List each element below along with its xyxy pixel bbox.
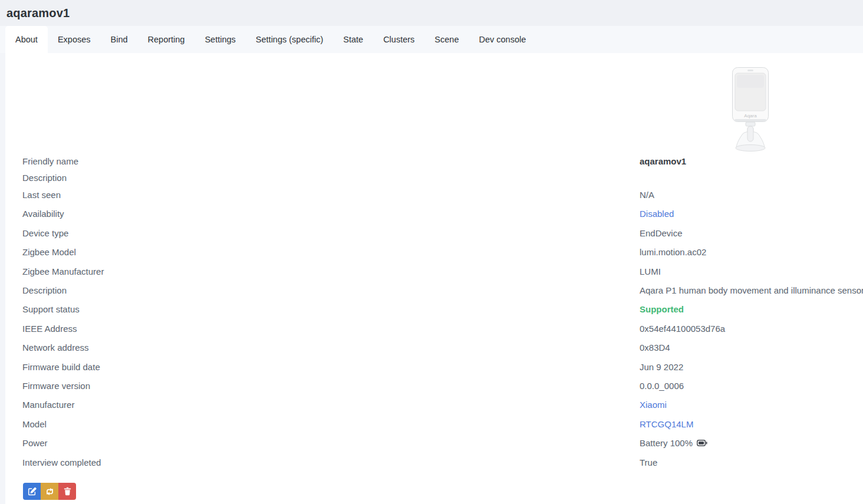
field-label: Support status xyxy=(22,304,640,314)
field-label: Network address xyxy=(22,342,640,353)
tab-dev-console[interactable]: Dev console xyxy=(469,26,536,53)
rename-button[interactable] xyxy=(23,483,41,500)
field-value: Xiaomi xyxy=(640,400,863,410)
tab-settings[interactable]: Settings xyxy=(195,26,245,53)
row-network-address: Network address 0x83D4 xyxy=(5,338,863,357)
row-power: Power Battery 100% xyxy=(5,433,863,452)
field-value: 0x54ef44100053d76a xyxy=(640,324,863,334)
link-rtcgq14lm[interactable]: RTCGQ14LM xyxy=(640,419,693,429)
field-label: Device type xyxy=(22,228,640,238)
field-value: Supported xyxy=(640,304,863,314)
row-availability: Availability Disabled xyxy=(5,205,863,223)
device-actions xyxy=(23,483,76,500)
field-value: True xyxy=(640,457,863,467)
field-label: Description xyxy=(22,285,640,295)
tab-about[interactable]: About xyxy=(5,26,48,53)
trash-icon xyxy=(64,487,71,496)
value-text: Aqara P1 human body movement and illumin… xyxy=(640,285,863,295)
row-last-seen: Last seen N/A xyxy=(5,185,863,204)
row-zigbee-manufacturer: Zigbee Manufacturer LUMI xyxy=(5,262,863,281)
remove-button[interactable] xyxy=(58,483,76,500)
value-text: lumi.motion.ac02 xyxy=(640,247,706,257)
field-label: Firmware version xyxy=(22,381,640,391)
retweet-icon xyxy=(45,487,55,496)
pencil-square-icon xyxy=(28,487,37,496)
page-header: aqaramov1 xyxy=(0,0,863,26)
field-value: lumi.motion.ac02 xyxy=(640,247,863,257)
field-value: EndDevice xyxy=(640,228,863,238)
row-firmware-build-date: Firmware build date Jun 9 2022 xyxy=(5,357,863,376)
page-title: aqaramov1 xyxy=(6,6,70,20)
row-manufacturer: Manufacturer Xiaomi xyxy=(5,396,863,414)
field-value: LUMI xyxy=(640,266,863,276)
field-label: Manufacturer xyxy=(22,400,640,410)
row-firmware-version: Firmware version 0.0.0_0006 xyxy=(5,376,863,395)
field-value: aqaramov1 xyxy=(640,156,863,166)
device-image: Aqara xyxy=(731,67,770,155)
tab-exposes[interactable]: Exposes xyxy=(48,26,101,53)
row-support-status: Support status Supported xyxy=(5,300,863,319)
field-label: Friendly name xyxy=(22,156,640,166)
value-text: Supported xyxy=(640,304,684,314)
row-zigbee-model: Zigbee Model lumi.motion.ac02 xyxy=(5,243,863,262)
tab-bar: AboutExposesBindReportingSettingsSetting… xyxy=(0,26,863,53)
field-label: Model xyxy=(22,419,640,429)
tab-clusters[interactable]: Clusters xyxy=(373,26,424,53)
tab-state[interactable]: State xyxy=(333,26,373,53)
device-brand-text: Aqara xyxy=(744,113,757,118)
field-label: IEEE Address xyxy=(22,324,640,334)
field-label: Interview completed xyxy=(22,457,640,467)
field-value: RTCGQ14LM xyxy=(640,419,863,429)
field-value: Disabled xyxy=(640,209,863,219)
field-label: Firmware build date xyxy=(22,362,640,372)
row-description-2: Description Aqara P1 human body movement… xyxy=(5,281,863,299)
value-text: N/A xyxy=(640,190,654,200)
about-panel: Aqara Friendly name aqaramov1 Descriptio… xyxy=(5,53,863,504)
field-label: Availability xyxy=(22,209,640,219)
link-xiaomi[interactable]: Xiaomi xyxy=(640,400,667,410)
field-value: 0.0.0_0006 xyxy=(640,381,863,391)
tab-scene[interactable]: Scene xyxy=(424,26,469,53)
value-text: True xyxy=(640,457,657,467)
row-interview-completed: Interview completed True xyxy=(5,453,863,472)
aqara-p1-sensor-illustration: Aqara xyxy=(731,67,770,153)
field-value: N/A xyxy=(640,190,863,200)
field-value: Aqara P1 human body movement and illumin… xyxy=(640,285,863,295)
value-text: LUMI xyxy=(640,266,661,276)
value-text: aqaramov1 xyxy=(640,156,686,166)
value-text: 0x54ef44100053d76a xyxy=(640,324,725,334)
value-text: 0.0.0_0006 xyxy=(640,381,684,391)
row-model: Model RTCGQ14LM xyxy=(5,414,863,433)
reconfigure-button[interactable] xyxy=(41,483,58,500)
value-text: EndDevice xyxy=(640,228,683,238)
field-value: Jun 9 2022 xyxy=(640,362,863,372)
field-value: 0x83D4 xyxy=(640,342,863,353)
value-text: 0x83D4 xyxy=(640,342,670,353)
tab-settings-specific[interactable]: Settings (specific) xyxy=(246,26,333,53)
value-text: Battery 100% xyxy=(640,438,693,448)
row-device-type: Device type EndDevice xyxy=(5,223,863,242)
field-label: Last seen xyxy=(22,190,640,200)
row-ieee-address: IEEE Address 0x54ef44100053d76a xyxy=(5,319,863,338)
field-label: Description xyxy=(22,173,640,183)
field-value: Battery 100% xyxy=(640,438,863,448)
tab-bind[interactable]: Bind xyxy=(101,26,138,53)
link-disabled[interactable]: Disabled xyxy=(640,209,674,219)
value-text: Jun 9 2022 xyxy=(640,362,683,372)
row-description: Description xyxy=(5,170,863,185)
field-label: Zigbee Model xyxy=(22,247,640,257)
field-label: Zigbee Manufacturer xyxy=(22,266,640,276)
battery-icon xyxy=(697,440,707,446)
tab-reporting[interactable]: Reporting xyxy=(138,26,195,53)
field-label: Power xyxy=(22,438,640,448)
